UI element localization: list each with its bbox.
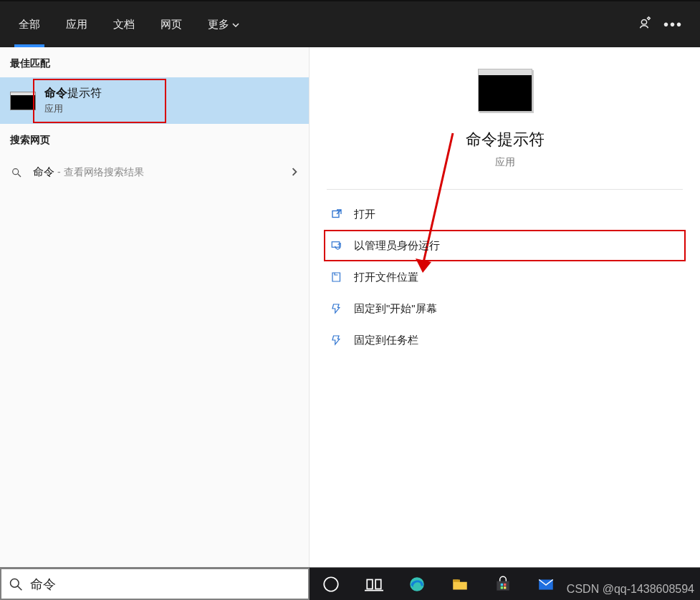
pin-icon: [330, 333, 344, 347]
action-pin-to-taskbar-label: 固定到任务栏: [354, 334, 418, 347]
svg-point-8: [324, 577, 338, 591]
svg-rect-17: [504, 586, 506, 589]
web-search-result[interactable]: 命令 - 查看网络搜索结果: [0, 154, 309, 190]
bottom-bar: CSDN @qq-1438608594: [0, 567, 700, 600]
taskbar-cortana-icon[interactable]: [310, 568, 353, 600]
section-search-web: 搜索网页: [0, 124, 309, 154]
tab-more-label: 更多: [208, 18, 229, 32]
action-pin-to-start[interactable]: 固定到"开始"屏幕: [324, 293, 686, 324]
action-pin-to-taskbar[interactable]: 固定到任务栏: [324, 324, 686, 356]
tab-apps[interactable]: 应用: [53, 3, 100, 46]
feedback-icon[interactable]: [636, 15, 652, 34]
action-run-as-admin[interactable]: 以管理员身份运行: [324, 230, 686, 261]
search-icon: [10, 166, 23, 179]
action-open-label: 打开: [354, 208, 375, 221]
pin-icon: [330, 301, 344, 316]
tab-web[interactable]: 网页: [148, 3, 195, 46]
taskbar-file-explorer-icon[interactable]: [438, 568, 481, 600]
tabbar-right-icons: •••: [636, 15, 694, 34]
app-preview: 命令提示符 应用: [310, 69, 700, 169]
app-preview-subtitle: 应用: [495, 156, 515, 169]
taskbar: CSDN @qq-1438608594: [310, 568, 700, 600]
caret-down-icon: [232, 19, 239, 31]
taskbar-mail-icon[interactable]: [524, 568, 567, 600]
open-icon: [330, 207, 344, 221]
svg-point-6: [11, 579, 19, 587]
folder-icon: [330, 270, 344, 284]
app-preview-tile-icon: [478, 69, 532, 112]
search-filter-tabs: 全部 应用 文档 网页 更多 •••: [0, 0, 700, 47]
svg-point-0: [13, 168, 19, 174]
windows-search-panel: 全部 应用 文档 网页 更多 ••• 最佳匹配 命令提示符: [0, 0, 700, 600]
svg-line-1: [18, 174, 21, 177]
action-pin-to-start-label: 固定到"开始"屏幕: [354, 302, 437, 316]
best-match-subtitle: 应用: [44, 102, 102, 115]
section-best-match: 最佳匹配: [0, 47, 309, 77]
svg-rect-4: [332, 211, 339, 218]
detail-pane: 命令提示符 应用 打开: [310, 47, 700, 567]
svg-rect-14: [501, 583, 503, 585]
svg-rect-13: [453, 579, 460, 581]
tab-more[interactable]: 更多: [195, 3, 252, 46]
taskbar-search-box[interactable]: [0, 568, 310, 600]
app-preview-title: 命令提示符: [466, 129, 545, 150]
svg-rect-10: [375, 579, 381, 589]
svg-rect-9: [367, 579, 373, 589]
svg-line-7: [18, 586, 22, 590]
svg-rect-15: [504, 583, 506, 585]
ellipsis-icon[interactable]: •••: [663, 16, 683, 33]
search-body: 最佳匹配 命令提示符 应用 搜索网页 命令 - 查看网络搜索结果: [0, 47, 700, 567]
cmd-app-icon: [10, 92, 36, 110]
tab-all[interactable]: 全部: [6, 3, 53, 46]
best-match-title-rest: 提示符: [67, 87, 102, 99]
best-match-title: 命令提示符: [44, 86, 102, 101]
shield-icon: [330, 238, 344, 253]
watermark-text: CSDN @qq-1438608594: [567, 583, 694, 596]
taskbar-edge-icon[interactable]: [395, 568, 438, 600]
tab-documents[interactable]: 文档: [100, 3, 148, 46]
best-match-texts: 命令提示符 应用: [44, 86, 102, 115]
action-open-file-location[interactable]: 打开文件位置: [324, 261, 686, 293]
chevron-right-icon: [290, 166, 299, 178]
app-actions: 打开 以管理员身份运行 打开文件位置: [310, 195, 700, 359]
best-match-result[interactable]: 命令提示符 应用: [0, 77, 309, 124]
detail-separator: [327, 189, 683, 190]
taskbar-taskview-icon[interactable]: [353, 568, 395, 600]
action-run-as-admin-label: 以管理员身份运行: [354, 239, 440, 253]
action-open[interactable]: 打开: [324, 198, 686, 230]
results-pane: 最佳匹配 命令提示符 应用 搜索网页 命令 - 查看网络搜索结果: [0, 47, 310, 567]
web-search-hint: - 查看网络搜索结果: [57, 166, 144, 179]
svg-rect-16: [501, 586, 503, 589]
web-search-query: 命令: [33, 165, 54, 179]
action-open-file-location-label: 打开文件位置: [354, 271, 418, 284]
best-match-title-highlight: 命令: [44, 87, 67, 99]
taskbar-store-icon[interactable]: [481, 568, 524, 600]
search-icon: [9, 577, 23, 591]
search-input[interactable]: [30, 576, 301, 591]
